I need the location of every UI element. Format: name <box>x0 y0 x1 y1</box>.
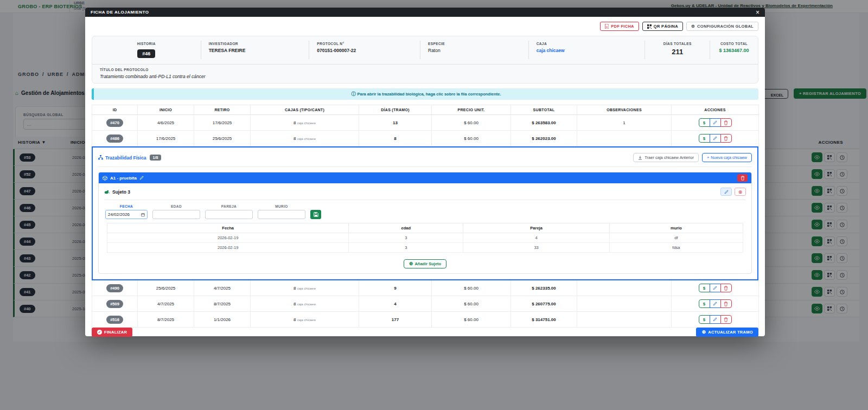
pencil-square-icon <box>724 190 729 194</box>
gear-icon: ⚙ <box>691 24 695 29</box>
close-icon[interactable]: × <box>756 9 760 16</box>
tramo-precio: $ 60.00 <box>432 115 511 131</box>
delete-button[interactable] <box>720 299 732 308</box>
tramo-retiro: 1/1/2026 <box>194 312 251 328</box>
tramo-acciones: $ <box>672 280 759 296</box>
delete-button[interactable] <box>720 315 732 324</box>
dias-totales-label: DÍAS TOTALES <box>653 42 702 46</box>
pencil-icon <box>713 317 717 322</box>
fecha-input[interactable] <box>108 212 139 217</box>
modal-toolbar: PDF FICHA QR PÁGINA ⚙CONFIGURACIÓN GLOBA… <box>92 22 758 31</box>
modal-body: PDF FICHA QR PÁGINA ⚙CONFIGURACIÓN GLOBA… <box>85 17 765 342</box>
costo-total-field: COSTO TOTAL $ 1363467.00 <box>710 41 758 59</box>
trash-icon <box>724 302 728 306</box>
delete-button[interactable] <box>720 118 732 127</box>
col-dias-tramo: DÍAS (TRAMO) <box>359 105 432 115</box>
protocolo-titulo-row: TÍTULO DEL PROTOCOLO Tratamiento combina… <box>92 64 758 83</box>
edit-button[interactable] <box>710 284 721 292</box>
tramo-row[interactable]: #490 25/6/2025 4/7/2025 8 caja chicaew 9… <box>92 280 759 296</box>
traer-caja-anterior-label: Traer caja chicaew Anterior <box>644 155 694 160</box>
col-cajas: CAJAS (TIPO/CANT) <box>251 105 359 115</box>
sujeto-fecha: 2026-02-19 <box>107 233 349 243</box>
trash-icon <box>724 317 728 322</box>
edit-caja-icon[interactable] <box>139 176 144 180</box>
delete-button[interactable] <box>720 134 732 143</box>
col-fecha: Fecha <box>107 223 349 233</box>
trazabilidad-header: Trazabilidad Física 1/8 Traer caja chica… <box>98 151 752 167</box>
qr-pagina-button[interactable]: QR PÁGINA <box>642 22 683 31</box>
calendar-icon[interactable] <box>141 213 145 217</box>
delete-button[interactable] <box>720 284 732 292</box>
download-icon <box>638 156 642 160</box>
save-icon <box>314 212 318 217</box>
add-sujeto-button[interactable]: ⊕Añadir Sujeto <box>404 259 446 268</box>
sujeto-pareja: 4 <box>463 233 610 243</box>
titulo-protocolo-label: TÍTULO DEL PROTOCOLO <box>100 68 750 72</box>
edit-button[interactable] <box>710 299 721 308</box>
especie-value: Raton <box>428 48 521 53</box>
tramo-observaciones <box>577 312 672 328</box>
tramo-inicio: 4/6/2025 <box>138 115 194 131</box>
cost-button[interactable]: $ <box>699 299 710 308</box>
edad-field: EDAD <box>152 204 200 219</box>
col-precio-unit: PRECIO UNIT. <box>432 105 511 115</box>
edit-button[interactable] <box>710 134 721 143</box>
tramo-row[interactable]: #470 4/6/2025 17/6/2025 8 caja chicaew 1… <box>92 115 759 131</box>
save-sujeto-button[interactable] <box>310 210 321 219</box>
configuracion-global-button[interactable]: ⚙CONFIGURACIÓN GLOBAL <box>686 22 758 31</box>
col-murio: murio <box>609 223 743 233</box>
tramo-id-badge: #509 <box>106 300 123 308</box>
tramo-subtotal: $ 262023.00 <box>511 131 577 146</box>
trazabilidad-toggle[interactable]: Trazabilidad Física <box>98 155 146 161</box>
edit-sujeto-button[interactable] <box>720 188 732 196</box>
col-edad: edad <box>349 223 463 233</box>
delete-caja-button[interactable] <box>737 174 748 182</box>
nueva-caja-button[interactable]: +Nueva caja chicaew <box>702 153 752 162</box>
edit-button[interactable] <box>710 315 721 324</box>
col-observaciones: OBSERVACIONES <box>577 105 672 115</box>
pdf-icon <box>605 24 609 29</box>
tramo-inicio: 4/7/2025 <box>138 296 194 312</box>
murio-field: MURIO <box>258 204 305 219</box>
sujeto-row[interactable]: 2026-02-19 3 33 fdsa <box>107 243 743 253</box>
pareja-label: PAREJA <box>221 204 237 208</box>
tramo-inicio: 8/7/2025 <box>138 312 194 328</box>
tramo-row[interactable]: #509 4/7/2025 8/7/2025 8 caja chicaew 4 … <box>92 296 759 312</box>
edit-button[interactable] <box>710 118 721 127</box>
historia-badge: #46 <box>137 49 155 58</box>
trash-icon <box>724 286 728 291</box>
info-banner-text: Para abrir la trazabilidad biológica, ha… <box>357 92 501 97</box>
trash-icon <box>724 136 728 141</box>
tramo-acciones: $ <box>672 296 759 312</box>
sujeto-row[interactable]: 2026-02-19 3 4 df <box>107 233 743 243</box>
murio-input[interactable] <box>258 210 305 219</box>
tramo-cajas: 8 caja chicaew <box>251 296 359 312</box>
cost-button[interactable]: $ <box>699 134 710 143</box>
pdf-ficha-button[interactable]: PDF FICHA <box>600 22 639 31</box>
pareja-input[interactable] <box>205 210 253 219</box>
col-inicio: INICIO <box>138 105 194 115</box>
edad-input[interactable] <box>152 210 200 219</box>
pencil-icon <box>713 120 717 125</box>
investigador-value: TERESA FREIRE <box>209 48 302 53</box>
traer-caja-anterior-button[interactable]: Traer caja chicaew Anterior <box>633 153 699 162</box>
tramo-row[interactable]: #486 17/6/2025 25/6/2025 8 caja chicaew … <box>92 131 759 146</box>
circle-plus-icon: ⊕ <box>701 330 706 335</box>
actualizar-tramo-button[interactable]: ⊕ACTUALIZAR TRAMO <box>696 328 758 337</box>
dias-totales-value: 211 <box>653 48 702 56</box>
tramo-retiro: 8/7/2025 <box>194 296 251 312</box>
tramo-retiro: 4/7/2025 <box>194 280 251 296</box>
sujeto-title: Sujeto 3 <box>112 189 130 195</box>
tramo-inicio: 17/6/2025 <box>138 131 194 146</box>
finalizar-button[interactable]: ✓FINALIZAR <box>92 328 132 337</box>
cancel-icon[interactable]: ⊗ <box>735 188 746 196</box>
cost-button[interactable]: $ <box>699 284 710 292</box>
especie-label: ESPECIE <box>428 42 521 46</box>
cost-button[interactable]: $ <box>699 118 710 127</box>
trash-icon <box>724 120 728 125</box>
sujeto-pareja: 33 <box>463 243 610 253</box>
caja-link[interactable]: caja chicaew <box>537 48 637 53</box>
tramo-row[interactable]: #516 8/7/2025 1/1/2026 8 caja chicaew 17… <box>92 312 759 328</box>
box-icon <box>103 176 107 181</box>
cost-button[interactable]: $ <box>699 315 710 324</box>
